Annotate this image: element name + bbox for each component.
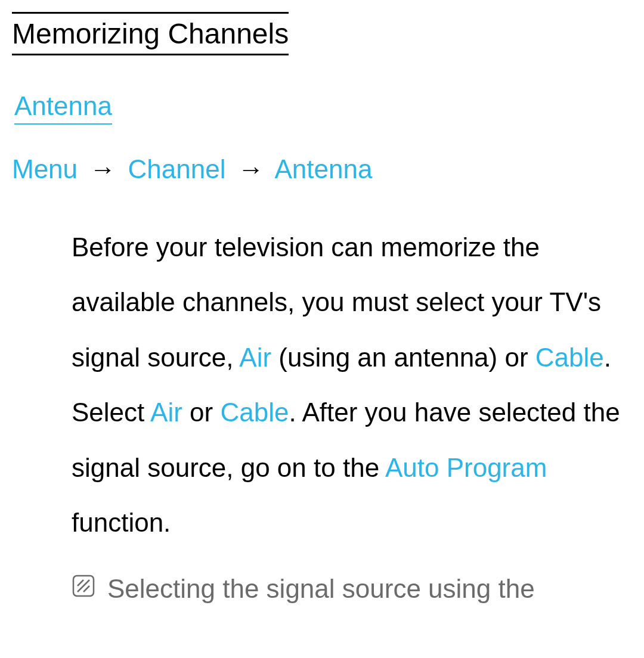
breadcrumb-arrow: → bbox=[89, 154, 116, 184]
svg-line-2 bbox=[78, 580, 83, 586]
air-label: Air bbox=[239, 343, 271, 372]
breadcrumb-antenna: Antenna bbox=[274, 154, 372, 184]
section-subtitle: Antenna bbox=[14, 91, 112, 125]
note-row: Selecting the signal source using the bbox=[12, 568, 632, 610]
air-label: Air bbox=[150, 398, 182, 427]
note-text: Selecting the signal source using the bbox=[107, 568, 535, 610]
breadcrumb-menu: Menu bbox=[12, 154, 78, 184]
body-text: (using an antenna) or bbox=[271, 343, 535, 372]
body-text: or bbox=[182, 398, 221, 427]
svg-line-1 bbox=[78, 580, 89, 592]
breadcrumb-channel: Channel bbox=[128, 154, 226, 184]
breadcrumb-arrow: → bbox=[238, 154, 264, 184]
breadcrumb: Menu → Channel → Antenna bbox=[12, 154, 632, 184]
body-paragraph: Before your television can memorize the … bbox=[12, 220, 632, 550]
page-title: Memorizing Channels bbox=[12, 12, 289, 55]
cable-label: Cable bbox=[535, 343, 604, 372]
auto-program-label: Auto Program bbox=[385, 453, 547, 482]
cable-label: Cable bbox=[220, 398, 289, 427]
note-icon bbox=[72, 574, 95, 600]
svg-line-3 bbox=[83, 586, 89, 592]
body-text: function. bbox=[72, 508, 171, 537]
